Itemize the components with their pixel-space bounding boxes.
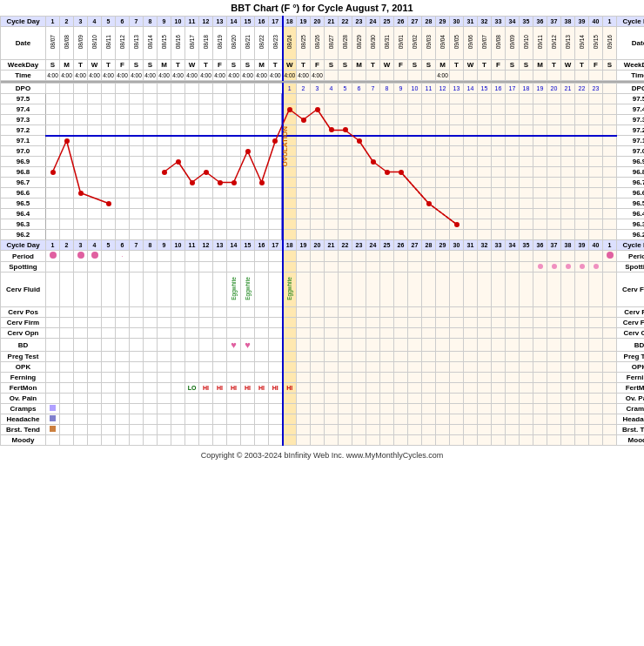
- data-cell: 14: [227, 17, 241, 27]
- data-cell: [506, 414, 520, 425]
- data-cell: T: [74, 60, 88, 71]
- data-cell: [547, 394, 561, 404]
- data-cell: [171, 307, 185, 318]
- data-cell: [88, 404, 102, 414]
- data-cell: 4:00: [213, 71, 227, 81]
- data-cell: [88, 84, 102, 94]
- data-cell: [408, 339, 422, 352]
- data-cell: [520, 273, 533, 307]
- data-cell: [464, 71, 478, 81]
- data-cell: [144, 414, 158, 425]
- data-cell: 29: [436, 240, 450, 251]
- data-cell: S: [241, 60, 255, 71]
- data-cell: [74, 362, 88, 373]
- data-cell: [269, 425, 283, 435]
- data-cell: 4: [88, 17, 102, 27]
- data-cell: F: [116, 60, 130, 71]
- data-cell: 18: [283, 240, 297, 251]
- data-cell: 3: [74, 17, 88, 27]
- data-cell: [492, 362, 506, 373]
- data-cell: [352, 318, 366, 328]
- data-cell: [144, 435, 158, 446]
- data-cell: [144, 318, 158, 328]
- data-cell: [603, 352, 617, 362]
- data-cell: [227, 352, 241, 362]
- data-cell: [450, 394, 464, 404]
- data-cell: [269, 84, 283, 94]
- data-cell: [158, 273, 171, 307]
- data-cell: 08/11: [102, 27, 116, 60]
- data-cell: [213, 435, 227, 446]
- data-cell: 09/04: [436, 27, 450, 60]
- data-cell: [60, 273, 74, 307]
- data-cell: [366, 339, 380, 352]
- data-cell: [380, 404, 394, 414]
- data-cell: [325, 339, 339, 352]
- data-cell: [60, 394, 74, 404]
- data-cell: 29: [436, 17, 450, 27]
- data-cell: 09/01: [394, 27, 408, 60]
- data-cell: 20: [547, 84, 561, 94]
- data-cell: [227, 425, 241, 435]
- data-cell: [60, 352, 74, 362]
- data-cell: 33: [492, 17, 506, 27]
- data-cell: [506, 425, 520, 435]
- row-label-left: Ferning: [1, 373, 46, 383]
- row-label-right: Cerv Firm: [617, 318, 645, 328]
- data-cell: [533, 352, 547, 362]
- row-label-right: Preg Test: [617, 352, 645, 362]
- data-cell: [130, 404, 144, 414]
- data-cell: [199, 414, 213, 425]
- data-cell: 32: [478, 240, 492, 251]
- data-cell: [241, 394, 255, 404]
- data-cell: [339, 362, 352, 373]
- data-cell: [422, 307, 436, 318]
- data-cell: [533, 328, 547, 339]
- data-cell: [478, 352, 492, 362]
- data-cell: [46, 362, 60, 373]
- data-cell: [325, 352, 339, 362]
- data-cell: S: [603, 60, 617, 71]
- data-cell: S: [506, 60, 520, 71]
- row-label-right: Cramps: [617, 404, 645, 414]
- data-cell: [88, 435, 102, 446]
- data-cell: [255, 273, 269, 307]
- data-cell: [325, 362, 339, 373]
- data-cell: [171, 404, 185, 414]
- data-cell: [603, 394, 617, 404]
- data-cell: 18: [283, 17, 297, 27]
- data-cell: 4:00: [436, 71, 450, 81]
- data-cell: [311, 362, 325, 373]
- data-cell: 09/10: [520, 27, 533, 60]
- data-cell: [255, 352, 269, 362]
- data-cell: 11: [185, 240, 199, 251]
- data-cell: [102, 425, 116, 435]
- data-cell: [144, 425, 158, 435]
- data-cell: [422, 404, 436, 414]
- data-cell: [366, 328, 380, 339]
- data-cell: [116, 425, 130, 435]
- data-cell: [352, 404, 366, 414]
- data-cell: T: [575, 60, 589, 71]
- data-cell: [520, 307, 533, 318]
- data-cell: [297, 273, 311, 307]
- data-cell: [561, 339, 575, 352]
- data-cell: [144, 307, 158, 318]
- data-cell: [130, 262, 144, 273]
- data-cell: [116, 352, 130, 362]
- data-cell: [74, 84, 88, 94]
- data-cell: [283, 262, 297, 273]
- data-cell: [158, 425, 171, 435]
- data-cell: [380, 394, 394, 404]
- data-cell: [74, 251, 88, 262]
- data-cell: [171, 362, 185, 373]
- data-cell: [46, 435, 60, 446]
- data-cell: 10: [408, 84, 422, 94]
- data-cell: [603, 339, 617, 352]
- data-cell: [74, 318, 88, 328]
- row-label-left: DPO: [1, 84, 46, 94]
- data-cell: [311, 373, 325, 383]
- data-cell: W: [561, 60, 575, 71]
- data-cell: [478, 251, 492, 262]
- data-cell: [533, 435, 547, 446]
